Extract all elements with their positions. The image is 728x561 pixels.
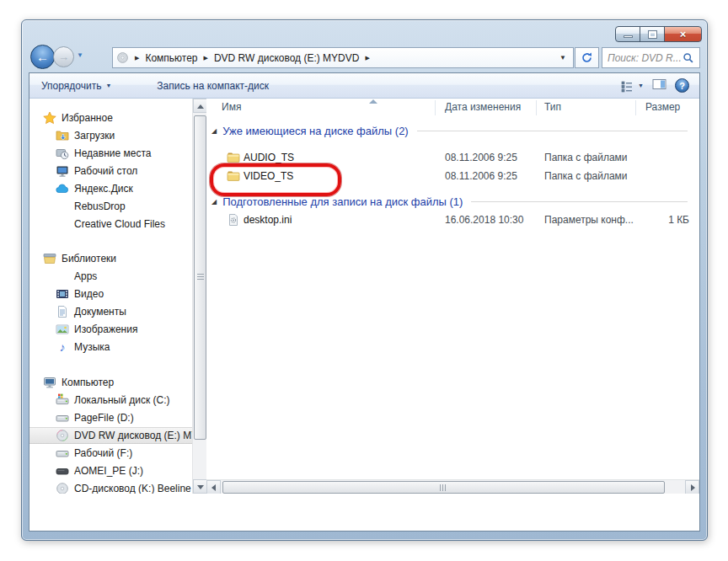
address-dropdown-icon[interactable]: ▼ <box>556 54 570 61</box>
help-icon: ? <box>679 81 685 91</box>
file-row-desktop-ini[interactable]: desktop.ini 16.06.2018 10:30 Параметры к… <box>206 211 699 228</box>
views-button[interactable]: ▼ <box>620 79 644 93</box>
scroll-right-button[interactable] <box>685 480 699 494</box>
cd-drive-icon <box>56 482 69 494</box>
file-date: 08.11.2006 9:25 <box>445 170 517 182</box>
forward-arrow-icon: → <box>58 51 69 63</box>
search-icon[interactable] <box>682 52 694 64</box>
libraries-icon <box>43 252 56 265</box>
breadcrumb-item-computer[interactable]: Компьютер <box>145 52 197 64</box>
sidebar-scrollbar[interactable] <box>192 99 206 494</box>
navigation-pane: Избранное Загрузки Недавние места <box>29 99 192 494</box>
sidebar-item-label: AOMEI_PE (J:) <box>74 465 143 477</box>
back-arrow-icon: ← <box>36 50 49 64</box>
address-bar[interactable]: ▶ Компьютер ▶ DVD RW дисковод (E:) MYDVD… <box>112 47 574 68</box>
breadcrumb-separator-icon: ▶ <box>365 55 369 61</box>
sidebar-item-apps[interactable]: Apps <box>29 268 192 285</box>
breadcrumb-item-dvd-drive[interactable]: DVD RW дисковод (E:) MYDVD <box>214 52 360 64</box>
triangle-left-icon <box>211 484 216 491</box>
column-divider[interactable] <box>635 100 636 115</box>
sidebar-item-pictures[interactable]: Изображения <box>29 321 192 338</box>
close-icon: × <box>680 28 687 40</box>
group-header-existing-files[interactable]: ◢ Уже имеющиеся на диске файлы (2) <box>206 122 691 139</box>
sidebar-item-computer[interactable]: Компьютер <box>29 374 192 391</box>
help-button[interactable]: ? <box>675 78 689 93</box>
scroll-left-button[interactable] <box>206 480 221 494</box>
forward-button[interactable]: → <box>53 46 74 67</box>
column-divider[interactable] <box>536 100 537 115</box>
search-input[interactable]: Поиск: DVD R... <box>602 47 700 68</box>
config-file-icon <box>227 213 240 227</box>
column-headers: Имя Дата изменения Тип Размер <box>206 99 699 117</box>
sidebar-item-drive-c[interactable]: Локальный диск (C:) <box>29 392 192 409</box>
organize-label: Упорядочить <box>41 80 101 92</box>
sidebar-item-music[interactable]: ♪ Музыка <box>29 339 192 355</box>
sidebar-item-documents[interactable]: Документы <box>29 303 192 320</box>
chevron-down-icon: ▼ <box>105 83 111 88</box>
sidebar-item-videos[interactable]: Видео <box>29 286 192 302</box>
sidebar-item-favorites[interactable]: Избранное <box>29 110 192 126</box>
scrollbar-thumb[interactable] <box>194 115 206 440</box>
sidebar-item-drive-d[interactable]: PageFile (D:) <box>29 409 192 426</box>
sidebar-item-drive-j[interactable]: AOMEI_PE (J:) <box>29 462 192 479</box>
file-date: 08.11.2006 9:25 <box>445 152 517 163</box>
disc-location-icon <box>116 51 129 64</box>
toolbar-right-icons: ▼ ? <box>620 77 699 94</box>
sidebar-item-creative-cloud-files[interactable]: Creative Cloud Files <box>29 216 192 232</box>
column-header-name[interactable]: Имя <box>222 101 241 113</box>
client-area: Упорядочить ▼ Запись на компакт-диск <box>29 72 700 532</box>
sidebar-item-drive-k[interactable]: CD-дисковод (K:) Beeline <box>29 480 192 494</box>
sidebar-item-label: Избранное <box>62 112 113 124</box>
preview-pane-button[interactable] <box>652 77 666 94</box>
sidebar-item-libraries[interactable]: Библиотеки <box>29 250 192 267</box>
column-header-date[interactable]: Дата изменения <box>445 101 521 113</box>
refresh-button[interactable] <box>575 47 599 68</box>
scrollbar-grip <box>197 274 204 281</box>
chevron-down-icon: ▼ <box>638 83 644 88</box>
burn-to-disc-button[interactable]: Запись на компакт-диск <box>150 76 276 96</box>
sidebar-item-desktop[interactable]: Рабочий стол <box>29 163 192 179</box>
close-button[interactable]: × <box>664 26 702 42</box>
scroll-down-button[interactable] <box>193 479 207 494</box>
maximize-button[interactable] <box>640 26 665 42</box>
column-header-size[interactable]: Размер <box>645 101 680 113</box>
group-divider-line <box>471 201 688 202</box>
sidebar-item-label: Рабочий (F:) <box>74 447 132 459</box>
minimize-icon <box>624 35 633 38</box>
sidebar-item-label: Изображения <box>74 323 137 335</box>
search-placeholder: Поиск: DVD R... <box>608 52 682 64</box>
sidebar-item-downloads[interactable]: Загрузки <box>29 127 192 144</box>
sidebar-item-dvd-drive-e[interactable]: DVD RW дисковод (E:) MYD <box>29 427 192 444</box>
file-list-horizontal-scrollbar[interactable] <box>206 479 699 494</box>
chevron-down-icon: ▼ <box>77 51 83 59</box>
organize-button[interactable]: Упорядочить ▼ <box>35 76 118 96</box>
sidebar-item-yandex-disk[interactable]: Яндекс.Диск <box>29 180 192 197</box>
back-button[interactable]: ← <box>30 45 55 69</box>
triangle-up-icon <box>197 104 204 109</box>
column-header-type[interactable]: Тип <box>544 101 561 113</box>
minimize-button[interactable] <box>615 26 640 42</box>
recent-pages-dropdown[interactable]: ▼ <box>77 51 83 59</box>
scrollbar-thumb[interactable] <box>222 481 665 494</box>
pictures-icon <box>56 323 69 336</box>
desktop-icon <box>56 164 69 178</box>
sidebar-item-label: Загрузки <box>74 130 115 142</box>
column-divider[interactable] <box>435 100 436 115</box>
sidebar-item-rebusdrop[interactable]: RebusDrop <box>29 198 192 215</box>
system-drive-icon <box>56 393 69 407</box>
sidebar-item-label: Локальный диск (C:) <box>74 394 170 406</box>
sidebar-item-recent-places[interactable]: Недавние места <box>29 145 192 162</box>
file-type: Папка с файлами <box>544 170 628 182</box>
dvd-drive-icon <box>56 429 69 442</box>
scroll-up-button[interactable] <box>193 99 207 113</box>
sidebar-item-label: PageFile (D:) <box>74 412 134 424</box>
dark-drive-icon <box>56 464 69 478</box>
breadcrumb-separator-icon: ▶ <box>204 55 208 61</box>
maximize-icon <box>649 31 656 38</box>
group-divider-line <box>417 131 688 131</box>
sort-ascending-icon <box>369 99 377 104</box>
refresh-icon <box>581 51 593 64</box>
sidebar-item-label: Музыка <box>74 341 110 353</box>
drive-icon <box>56 446 69 460</box>
sidebar-item-drive-f[interactable]: Рабочий (F:) <box>29 445 192 462</box>
